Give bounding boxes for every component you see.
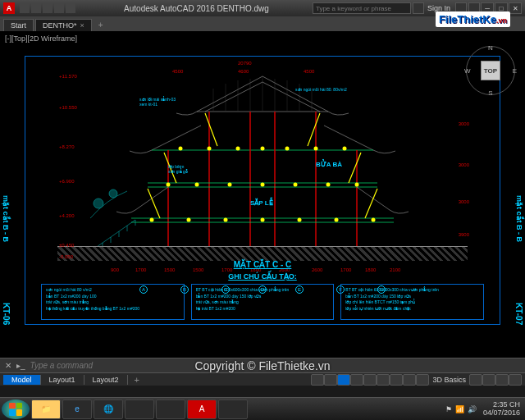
level-8: -0.050 [59,254,73,259]
workspace-label[interactable]: 3D Basics [429,376,469,384]
status-lweight-icon[interactable] [403,374,416,386]
svg-point-30 [195,183,199,187]
taskbar-app2-icon[interactable] [156,399,185,419]
status-polar-icon[interactable] [363,374,377,386]
note-tag-2: sơn ngói mũi hài 80. 80v/m2 [295,87,347,92]
svg-point-35 [355,183,359,187]
svg-point-34 [326,183,331,187]
dim-b2: 1700 [135,267,146,272]
dim-b3: 1500 [164,267,175,272]
tray-volume-icon[interactable]: 🔊 [468,405,477,413]
svg-point-25 [261,147,265,151]
tray-flag-icon[interactable]: ⚑ [445,405,452,413]
viewport-label[interactable]: [-][Top][2D Wireframe] [5,34,77,43]
status-transp-icon[interactable] [416,374,429,386]
app-logo-icon[interactable]: A [3,2,15,14]
svg-point-23 [208,147,212,151]
qat-redo-icon[interactable] [66,3,75,13]
help-search-input[interactable] [313,2,411,14]
status-grid-icon[interactable] [324,374,337,386]
taskbar-clock[interactable]: 2:35 CH 04/07/2016 [480,401,523,418]
room-label-1: BỬA BÀ [316,161,342,168]
svg-line-47 [148,189,160,218]
clock-date: 04/07/2016 [483,409,520,418]
tab-layout2[interactable]: Layout2 [84,375,128,385]
note-col-1: sơn ngói mũi hài 80 v/m2 bản BT 1x2 m#20… [41,284,185,320]
watermark-vn: .vn [496,16,507,25]
svg-point-22 [179,147,183,151]
note-2-3: hệ trát BT 1x2 m#200 [196,306,330,313]
qat-undo-icon[interactable] [54,3,64,13]
status-snap-icon[interactable] [337,374,350,386]
tab-add-button[interactable]: + [94,19,108,31]
tab-layout1[interactable]: Layout1 [41,375,84,385]
notes-block: sơn ngói mũi hài 80 v/m2 bản BT 1x2 m#20… [41,284,484,320]
status-ortho-icon[interactable] [350,374,363,386]
status-gear-icon[interactable] [469,374,482,386]
svg-point-26 [285,147,290,151]
compass-s[interactable]: S [488,89,492,97]
note-2-2: trát vữa, sơn màu trắng [196,299,330,306]
qat-save-icon[interactable] [43,3,52,13]
note-1-1: bản BT 1x2 m#200 dày 100 [46,294,180,300]
tab-close-icon[interactable]: × [80,21,84,30]
svg-point-39 [261,218,265,222]
viewcube[interactable]: N S E W TOP [466,46,515,95]
svg-point-41 [335,218,339,222]
status-otrack-icon[interactable] [390,374,403,386]
kt-label-left: KT-06 [2,303,11,325]
viewcube-face[interactable]: TOP [481,61,500,80]
tab-model[interactable]: Model [3,375,41,385]
svg-point-37 [187,218,191,222]
cmdline-close-icon[interactable]: ✕ [5,361,11,370]
status-model-icon[interactable] [311,374,324,386]
svg-point-40 [298,218,302,222]
taskbar-explorer-icon[interactable]: 📁 [31,399,61,419]
svg-point-24 [236,147,240,151]
compass-n[interactable]: N [488,44,493,52]
taskbar-ie-icon[interactable]: e [62,399,92,419]
tab-file[interactable]: DENTHO*× [35,19,92,31]
svg-point-38 [224,218,228,222]
status-anno-icon[interactable] [482,374,495,386]
taskbar-app3-icon[interactable] [218,399,248,419]
dim-b8: 2600 [312,267,322,272]
dim-t2: 4600 [238,69,249,74]
dim-b1: 900 [111,267,119,272]
svg-line-43 [205,113,217,146]
compass-w[interactable]: W [464,67,471,75]
search-icon[interactable] [413,2,424,14]
status-custom-icon[interactable] [509,374,522,386]
svg-line-48 [365,189,377,218]
watermark-brand: FileThietKe [439,13,496,25]
start-button[interactable] [2,399,30,419]
status-clean-icon[interactable] [495,374,509,386]
kt-label-right: KT-07 [514,303,523,325]
svg-point-28 [343,147,347,151]
tab-start[interactable]: Start [3,19,34,31]
cmdline-prompt-icon: ▸_ [16,361,25,370]
dim-h1: 3000 [459,121,469,126]
svg-point-50 [109,189,117,198]
note-tag-1: sơn lối mái sảnh-03 xem kt-01 [139,97,176,107]
taskbar-app1-icon[interactable] [125,399,154,419]
system-tray[interactable]: ⚑ 📶 🔊 2:35 CH 04/07/2016 [445,401,523,418]
close-icon[interactable]: ✕ [509,2,522,14]
windows-logo-icon [9,403,22,416]
compass-e[interactable]: E [513,67,517,75]
svg-line-46 [349,153,361,183]
level-3: +8.270 [59,144,75,149]
taskbar-autocad-icon[interactable]: A [187,399,217,419]
dim-b11: 2100 [390,267,400,272]
layout-add-button[interactable]: + [128,374,146,386]
note-3-2: lớp chì lên hiên BTCT m#150 tạm phủ [345,299,479,306]
qat-new-icon[interactable] [20,3,30,13]
drawing-canvas[interactable]: [-][Top][2D Wireframe] mặt cắt B - B KT-… [0,31,525,358]
dim-t3: 4500 [304,69,314,74]
taskbar-chrome-icon[interactable]: 🌐 [94,399,123,419]
level-7: ±0.450 [59,243,74,248]
note-1-0: sơn ngói mũi hài 80 v/m2 [46,287,180,294]
tray-network-icon[interactable]: 📶 [455,405,464,413]
qat-open-icon[interactable] [31,3,41,13]
status-osnap-icon[interactable] [377,374,390,386]
